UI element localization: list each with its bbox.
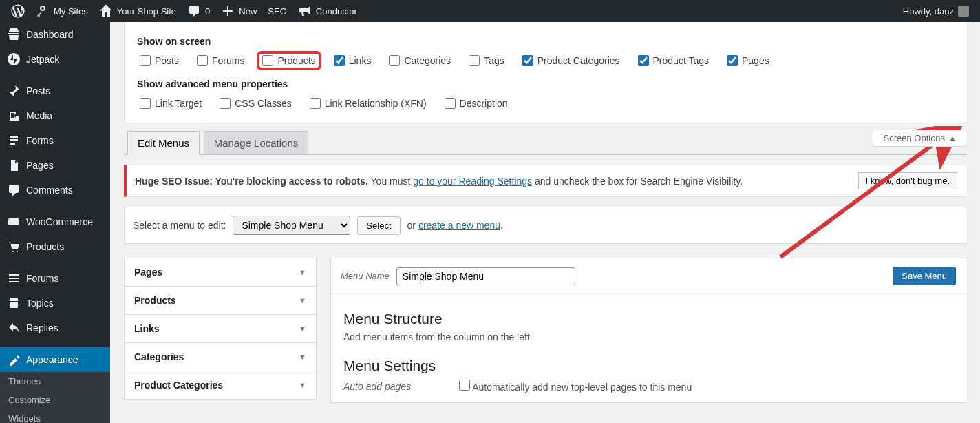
accordion-products[interactable]: Products▼ [125, 287, 316, 314]
sidebar-item-topics[interactable]: Topics [0, 291, 110, 316]
site-name[interactable]: Your Shop Site [94, 0, 182, 22]
comments-count[interactable]: 0 [182, 0, 215, 22]
chevron-down-icon: ▼ [299, 381, 306, 389]
sidebar-item-label: Replies [26, 322, 58, 333]
chevron-down-icon: ▼ [299, 324, 306, 333]
megaphone-icon [298, 4, 312, 18]
screen-box-posts[interactable]: Posts [137, 54, 182, 68]
menu-settings-title: Menu Settings [343, 358, 953, 374]
adv-prop-link-target[interactable]: Link Target [137, 96, 204, 110]
sidebar-item-replies[interactable]: Replies [0, 316, 110, 340]
accordion-links[interactable]: Links▼ [125, 315, 316, 342]
auto-add-checkbox[interactable] [459, 380, 470, 391]
screen-options-panel: Show on screen Posts Forums Products Lin… [124, 22, 966, 123]
notice-prefix: Huge SEO Issue: You're blocking access t… [135, 176, 368, 187]
screen-box-checkbox[interactable] [140, 55, 151, 66]
screen-box-forums[interactable]: Forums [194, 54, 247, 68]
adv-prop-css-classes[interactable]: CSS Classes [217, 96, 294, 110]
sidebar-item-forums[interactable]: Forums [0, 266, 110, 291]
sidebar-item-label: Dashboard [26, 29, 74, 40]
chevron-up-icon: ▲ [949, 134, 956, 142]
screen-box-pages[interactable]: Pages [724, 54, 772, 68]
screen-box-tags[interactable]: Tags [466, 54, 507, 68]
screen-box-product-categories[interactable]: Product Categories [520, 54, 623, 68]
menu-name-label: Menu Name [341, 271, 390, 281]
screen-box-checkbox[interactable] [727, 55, 738, 66]
dot: . [500, 220, 503, 231]
conductor-menu[interactable]: Conductor [292, 0, 363, 22]
seo-menu[interactable]: SEO [262, 0, 292, 22]
screen-box-checkbox[interactable] [638, 55, 649, 66]
adv-props-title: Show advanced menu properties [137, 79, 953, 90]
menu-select-dropdown[interactable]: Simple Shop Menu [233, 216, 350, 235]
adv-prop-checkbox[interactable] [220, 98, 231, 109]
screen-box-checkbox[interactable] [262, 55, 273, 66]
wordpress-icon [11, 4, 25, 18]
select-menu-button[interactable]: Select [357, 216, 400, 235]
sidebar-item-appearance[interactable]: Appearance [0, 347, 110, 372]
screen-options-toggle[interactable]: Screen Options ▲ [873, 130, 966, 147]
or-text: or [407, 220, 418, 231]
menu-select-bar: Select a menu to edit: Simple Shop Menu … [124, 207, 966, 244]
screen-box-checkbox[interactable] [389, 55, 400, 66]
menu-items-accordion: Pages▼Products▼Links▼Categories▼Product … [124, 258, 317, 400]
adv-prop-description[interactable]: Description [442, 96, 511, 110]
sidebar-item-label: Pages [26, 160, 54, 171]
notice-dismiss-button[interactable]: I know, don't bug me. [858, 172, 957, 189]
topics-icon [7, 296, 21, 310]
auto-add-checkbox-label[interactable]: Automatically add new top-level pages to… [459, 380, 692, 393]
screen-box-checkbox[interactable] [197, 55, 208, 66]
sidebar-item-label: Appearance [26, 354, 78, 365]
chevron-down-icon: ▼ [299, 268, 306, 276]
sidebar-item-label: WooCommerce [26, 216, 93, 227]
sidebar-item-woocommerce[interactable]: WooCommerce [0, 209, 110, 234]
sidebar-item-pages[interactable]: Pages [0, 153, 110, 178]
sidebar-item-media[interactable]: Media [0, 103, 110, 128]
adv-prop-checkbox[interactable] [310, 98, 321, 109]
site-name-label: Your Shop Site [117, 6, 176, 17]
adv-prop-checkbox[interactable] [445, 98, 456, 109]
menu-structure-help: Add menu items from the column on the le… [343, 331, 953, 342]
tab-edit-menus[interactable]: Edit Menus [127, 131, 200, 155]
submenu-item-customize[interactable]: Customize [0, 391, 110, 409]
cart-icon [7, 240, 21, 254]
save-menu-button[interactable]: Save Menu [893, 267, 956, 285]
tab-manage-locations[interactable]: Manage Locations [204, 131, 309, 154]
screen-box-product-tags[interactable]: Product Tags [635, 54, 712, 68]
sidebar-item-label: Jetpack [26, 54, 59, 65]
submenu-item-themes[interactable]: Themes [0, 372, 110, 391]
screen-box-products[interactable]: Products [259, 54, 318, 68]
notice-suffix: and uncheck the box for Search Engine Vi… [532, 176, 743, 187]
auto-add-text: Automatically add new top-level pages to… [472, 382, 692, 393]
screen-box-checkbox[interactable] [334, 55, 345, 66]
sidebar-item-jetpack[interactable]: Jetpack [0, 47, 110, 72]
notice-text1: You must [368, 176, 413, 187]
chevron-down-icon: ▼ [299, 353, 306, 361]
submenu-item-widgets[interactable]: Widgets [0, 409, 110, 417]
wp-logo[interactable] [6, 0, 30, 22]
auto-add-label: Auto add pages [343, 381, 447, 392]
adv-prop-checkbox[interactable] [140, 98, 151, 109]
my-sites[interactable]: My Sites [30, 0, 94, 22]
woo-icon [7, 215, 21, 229]
home-icon [99, 4, 113, 18]
sidebar-item-forms[interactable]: Forms [0, 128, 110, 153]
sidebar-item-posts[interactable]: Posts [0, 79, 110, 103]
new-content[interactable]: New [215, 0, 262, 22]
adv-prop-link-relationship-xfn-[interactable]: Link Relationship (XFN) [307, 96, 429, 110]
sidebar-item-products[interactable]: Products [0, 234, 110, 259]
accordion-categories[interactable]: Categories▼ [125, 343, 316, 371]
screen-box-checkbox[interactable] [469, 55, 480, 66]
create-new-menu-link[interactable]: create a new menu [418, 220, 500, 231]
screen-box-checkbox[interactable] [522, 55, 533, 66]
menu-name-input[interactable] [396, 267, 575, 285]
sidebar-item-comments[interactable]: Comments [0, 178, 110, 203]
screen-box-links[interactable]: Links [331, 54, 374, 68]
accordion-pages[interactable]: Pages▼ [125, 258, 316, 286]
screen-box-categories[interactable]: Categories [386, 54, 454, 68]
howdy-user[interactable]: Howdy, danz [897, 0, 974, 22]
sidebar-item-dashboard[interactable]: Dashboard [0, 22, 110, 47]
accordion-product-categories[interactable]: Product Categories▼ [125, 371, 316, 399]
svg-point-0 [8, 53, 20, 65]
notice-link[interactable]: go to your Reading Settings [413, 176, 532, 187]
